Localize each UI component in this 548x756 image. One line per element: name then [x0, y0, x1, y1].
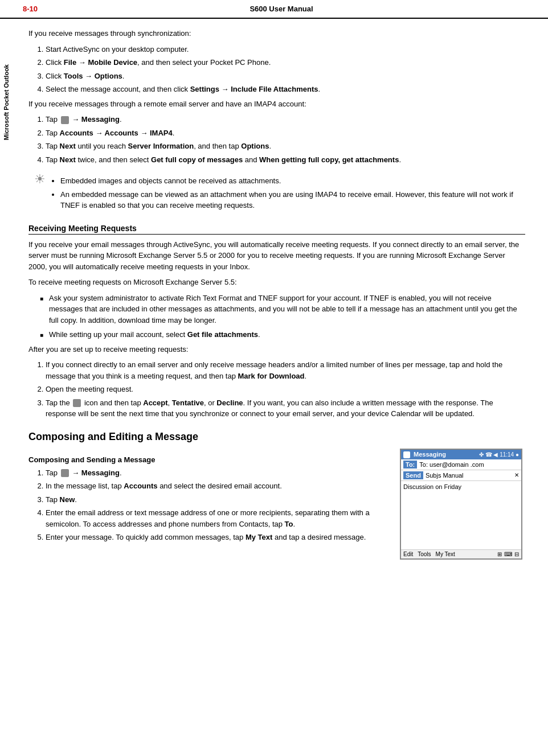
phone-body: Discussion on Friday: [401, 481, 521, 549]
steps-imap-list: Tap → Messaging. Tap Accounts → Accounts…: [46, 114, 525, 165]
messaging-icon-2: [61, 469, 69, 477]
footer-edit[interactable]: Edit: [403, 551, 413, 557]
note-item-2: An embedded message can be viewed as an …: [60, 189, 525, 211]
phone-send-label: Send: [403, 471, 423, 479]
note-item-1: Embedded images and objects cannot be re…: [60, 175, 525, 187]
phone-footer: Edit Tools My Text ⊞ ⌨ ⊟: [401, 549, 521, 558]
after-step-1: If you connect directly to an email serv…: [46, 359, 525, 381]
section2-para2: To receive meeting requests on Microsoft…: [28, 277, 525, 288]
phone-app-icon: [403, 451, 410, 458]
imap-step-1: Tap → Messaging.: [46, 114, 525, 125]
phone-to-value: To: user@domain .com: [419, 461, 484, 468]
messaging-icon-1: [61, 116, 69, 124]
intro-sync: If you receive messages through synchron…: [28, 28, 525, 39]
footer-icon-extra[interactable]: ⊟: [514, 551, 519, 557]
compose-step-4: Enter the email address or text message …: [46, 507, 388, 529]
intro-imap: If you receive messages through a remote…: [28, 98, 525, 110]
manual-title: S600 User Manual: [250, 5, 313, 13]
after-setup-text: After you are set up to receive meeting …: [28, 344, 525, 355]
after-step-2: Open the meeting request.: [46, 384, 525, 395]
phone-subject-row: Send Subjs Manual ✕: [401, 470, 521, 481]
note-icon: ☀: [34, 172, 46, 187]
sync-step-1: Start ActiveSync on your desktop compute…: [46, 44, 525, 55]
sidebar: Microsoft Pocket Outlook: [0, 46, 13, 159]
page-number: 8-10: [23, 5, 38, 13]
section3-heading: Composing and Editing a Message: [28, 431, 525, 443]
right-column: Messaging ✤ ☎ ◀ 11:14 ● To: To: user@dom…: [400, 449, 525, 560]
footer-tools[interactable]: Tools: [418, 551, 431, 557]
phone-subject-value: Subjs Manual: [426, 472, 464, 479]
phone-to-label: To:: [403, 461, 417, 469]
note-list: Embedded images and objects cannot be re…: [60, 175, 525, 211]
phone-header-title: Messaging: [403, 451, 446, 458]
note-content: Embedded images and objects cannot be re…: [51, 172, 525, 215]
imap-step-3: Tap Next until you reach Server Informat…: [46, 141, 525, 152]
compose-steps-list: Tap → Messaging. In the message list, ta…: [46, 467, 388, 543]
compose-step-1: Tap → Messaging.: [46, 467, 388, 479]
phone-to-row: To: To: user@domain .com: [401, 459, 521, 470]
sync-step-2: Click File → Mobile Device, and then sel…: [46, 57, 525, 68]
main-content: If you receive messages through synchron…: [0, 19, 548, 569]
phone-body-text: Discussion on Friday: [403, 483, 461, 490]
square-item-2: While setting up your mail account, sele…: [40, 329, 525, 340]
square-list: Ask your system administrator to activat…: [40, 293, 525, 340]
square-item-1: Ask your system administrator to activat…: [40, 293, 525, 326]
phone-footer-menu[interactable]: Edit Tools My Text: [403, 551, 455, 557]
page-header: 8-10 S600 User Manual: [0, 0, 548, 19]
compose-step-3: Tap New.: [46, 494, 388, 506]
imap-step-2: Tap Accounts → Accounts → IMAP4.: [46, 128, 525, 139]
footer-icon-grid[interactable]: ⊞: [497, 551, 502, 557]
section2-para1: If you receive your email messages throu…: [28, 239, 525, 273]
phone-close-icon: ✕: [514, 472, 519, 478]
sidebar-label: Microsoft Pocket Outlook: [3, 64, 10, 140]
note-box: ☀ Embedded images and objects cannot be …: [28, 172, 525, 215]
sync-step-4: Select the message account, and then cli…: [46, 84, 525, 95]
compose-step-2: In the message list, tap Accounts and se…: [46, 480, 388, 492]
steps-after-list: If you connect directly to an email serv…: [46, 359, 525, 420]
footer-icon-keyboard[interactable]: ⌨: [504, 551, 512, 557]
left-column: Composing and Sending a Message Tap → Me…: [28, 449, 388, 560]
phone-header: Messaging ✤ ☎ ◀ 11:14 ●: [401, 450, 521, 459]
after-step-3: Tap the icon and then tap Accept, Tentat…: [46, 397, 525, 420]
imap-step-4: Tap Next twice, and then select Get full…: [46, 154, 525, 166]
section2-heading: Receiving Meeting Requests: [28, 224, 525, 235]
two-column-layout: Composing and Sending a Message Tap → Me…: [28, 449, 525, 560]
steps-sync-list: Start ActiveSync on your desktop compute…: [46, 44, 525, 95]
phone-mockup: Messaging ✤ ☎ ◀ 11:14 ● To: To: user@dom…: [400, 449, 522, 560]
accept-icon: [73, 399, 81, 407]
sync-step-3: Click Tools → Options.: [46, 71, 525, 82]
subheading-compose: Composing and Sending a Message: [28, 455, 388, 464]
phone-footer-icons: ⊞ ⌨ ⊟: [497, 551, 519, 557]
compose-step-5: Enter your message. To quickly add commo…: [46, 532, 388, 543]
phone-status-bar: ✤ ☎ ◀ 11:14 ●: [479, 451, 519, 458]
footer-mytext[interactable]: My Text: [436, 551, 455, 557]
